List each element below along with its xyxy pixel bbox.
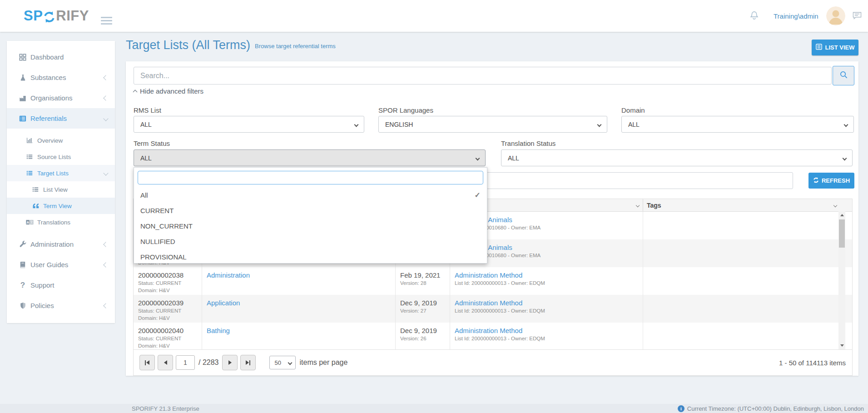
feedback-comment-icon[interactable] xyxy=(852,11,862,22)
sidebar-item-translations[interactable]: A Translations xyxy=(7,214,115,230)
last-page-button[interactable] xyxy=(240,355,256,370)
chevron-left-icon xyxy=(103,303,108,308)
user-menu[interactable]: Training\admin xyxy=(774,12,818,20)
chevron-down-icon xyxy=(843,156,847,161)
rms-list-value: ALL xyxy=(140,121,152,128)
option-non-current[interactable]: NON_CURRENT xyxy=(134,218,487,234)
sidebar-label: Translations xyxy=(37,219,70,226)
term-domain: Domain: H&V xyxy=(138,315,199,322)
table-row[interactable]: 200000002040Status: CURRENTDomain: H&V B… xyxy=(134,323,852,350)
bar-chart-icon xyxy=(25,137,34,144)
term-name-link[interactable]: Application xyxy=(207,299,392,307)
term-status-select[interactable]: ALL xyxy=(134,149,486,166)
sidebar-item-target-lists[interactable]: Target Lists xyxy=(7,165,115,181)
refresh-icon xyxy=(813,177,819,184)
term-version: Version: 26 xyxy=(400,335,447,342)
option-provisional[interactable]: PROVISIONAL xyxy=(134,249,487,264)
search-button[interactable] xyxy=(833,66,854,85)
list-info: List Id: 200000000013 - Owner: EDQM xyxy=(455,308,640,314)
factory-icon xyxy=(18,95,27,102)
scroll-up-icon[interactable] xyxy=(838,212,845,219)
tags-header-label: Tags xyxy=(647,202,661,209)
option-all[interactable]: All ✓ xyxy=(134,187,487,203)
term-date: Dec 9, 2019 xyxy=(400,327,447,335)
chevron-down-icon xyxy=(103,170,108,175)
sidebar-item-term-view[interactable]: Term View xyxy=(7,198,115,214)
column-menu-icon[interactable] xyxy=(636,203,640,207)
hamburger-menu-icon[interactable] xyxy=(101,17,112,26)
sidebar-item-support[interactable]: ? Support xyxy=(7,275,115,295)
column-menu-icon[interactable] xyxy=(833,203,837,207)
sidebar-label: Support xyxy=(30,281,55,289)
list-info: List Id: 200000000013 - Owner: EDQM xyxy=(455,280,640,287)
term-status-label: Term Status xyxy=(134,139,170,147)
svg-text:A: A xyxy=(26,220,29,224)
rms-list-select[interactable]: ALL xyxy=(134,116,364,133)
app-logo[interactable]: SP RIFY xyxy=(24,8,89,24)
sidebar-label: Referentials xyxy=(30,114,67,122)
pager-status: 1 - 50 of 114113 items xyxy=(779,359,852,367)
domain-select[interactable]: ALL xyxy=(621,116,854,133)
info-icon: i xyxy=(678,405,684,412)
sidebar-item-administration[interactable]: Administration xyxy=(7,234,115,254)
page-header: Target Lists (All Terms) Browse target r… xyxy=(126,38,336,52)
list-name-link[interactable]: Administration Method xyxy=(455,327,640,335)
list-box-icon xyxy=(18,115,27,122)
scroll-down-icon[interactable] xyxy=(838,342,845,349)
term-id: 200000002040 xyxy=(138,327,199,335)
next-page-button[interactable] xyxy=(222,355,238,370)
previous-page-button[interactable] xyxy=(158,355,173,370)
sidebar-item-policies[interactable]: Policies xyxy=(7,295,115,316)
translation-status-select[interactable]: ALL xyxy=(501,149,853,166)
sidebar-item-source-lists[interactable]: Source Lists xyxy=(7,149,115,165)
term-version: Version: 27 xyxy=(400,308,447,314)
page-title: Target Lists (All Terms) xyxy=(126,38,250,52)
spor-languages-value: ENGLISH xyxy=(385,121,413,128)
items-per-page-label: items per page xyxy=(299,358,347,367)
sidebar-item-user-guides[interactable]: User Guides xyxy=(7,254,115,275)
sidebar-item-referentials[interactable]: Referentials xyxy=(7,108,115,129)
sidebar-label: Target Lists xyxy=(37,170,69,177)
notifications-bell-icon[interactable] xyxy=(749,10,759,22)
scrollbar-thumb[interactable] xyxy=(839,219,845,248)
option-label: PROVISIONAL xyxy=(140,253,187,261)
sidebar-item-list-view[interactable]: List View xyxy=(7,181,115,198)
sidebar-label: Dashboard xyxy=(30,53,64,61)
option-nullified[interactable]: NULLIFIED xyxy=(134,234,487,249)
dropdown-filter-input[interactable] xyxy=(138,171,483,184)
sidebar-item-organisations[interactable]: Organisations xyxy=(7,88,115,108)
avatar[interactable] xyxy=(826,6,845,25)
first-page-button[interactable] xyxy=(139,355,155,370)
term-name-link[interactable]: Bathing xyxy=(207,327,392,335)
sidebar-item-overview[interactable]: Overview xyxy=(7,132,115,149)
term-name-link[interactable]: Administration xyxy=(207,271,392,279)
table-row[interactable]: 200000002039Status: CURRENTDomain: H&V A… xyxy=(134,295,852,323)
page-size-select[interactable]: 50 xyxy=(269,356,296,369)
list-lines-icon xyxy=(25,154,34,160)
sidebar: Dashboard Substances Organisations Refer… xyxy=(7,41,115,323)
table-scrollbar[interactable] xyxy=(838,211,845,349)
sidebar-item-substances[interactable]: Substances xyxy=(7,67,115,88)
sync-icon xyxy=(43,10,55,23)
list-info: List Id: 200000000013 - Owner: EDQM xyxy=(455,335,640,342)
spor-languages-select[interactable]: ENGLISH xyxy=(378,116,607,133)
toggle-advanced-filters[interactable]: Hide advanced filters xyxy=(134,87,203,95)
option-current[interactable]: CURRENT xyxy=(134,203,487,218)
table-row[interactable]: 200000002038Status: CURRENTDomain: H&V A… xyxy=(134,267,852,295)
search-input[interactable] xyxy=(134,67,832,85)
chevron-down-icon xyxy=(354,123,359,127)
list-name-link[interactable]: Administration Method xyxy=(455,299,640,307)
sidebar-label: Policies xyxy=(30,302,54,309)
translate-icon: A xyxy=(25,219,34,225)
refresh-button[interactable]: REFRESH xyxy=(808,173,854,189)
chevron-down-icon xyxy=(103,116,108,121)
caret-up-icon xyxy=(133,90,138,94)
list-view-icon xyxy=(816,44,822,51)
list-view-button[interactable]: LIST VIEW xyxy=(812,40,858,55)
page-number-input[interactable] xyxy=(176,355,195,370)
sidebar-item-dashboard[interactable]: Dashboard xyxy=(7,47,115,67)
list-name-link[interactable]: Administration Method xyxy=(455,271,640,279)
quote-icon xyxy=(31,203,40,209)
logo-text-secondary: RIFY xyxy=(56,8,89,24)
term-status: Status: CURRENT xyxy=(138,280,199,287)
